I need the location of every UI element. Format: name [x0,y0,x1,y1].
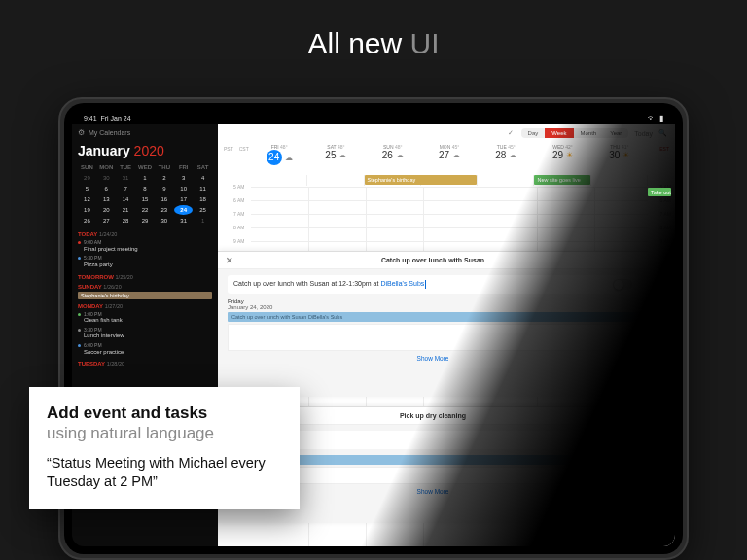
close-icon[interactable]: ✕ [226,256,233,265]
calendar-day[interactable]: 21 [117,205,135,215]
weather-icon: ☁ [338,151,346,159]
calendar-day[interactable]: 17 [174,194,193,204]
preview-event: Catch up over lunch with Susan DiBella's… [228,312,638,322]
calendar-day[interactable]: 12 [78,194,96,204]
day-column-header[interactable]: FRI 48°24☁ [251,144,307,165]
calendar-day[interactable]: 20 [97,205,116,215]
weather-icon: ☁ [396,151,404,159]
calendar-day[interactable]: 28 [117,216,135,226]
calendar-day[interactable]: 10 [174,184,193,193]
calendar-day[interactable]: 3 [174,173,193,183]
agenda-allday[interactable]: Stephanie's birthday [78,292,212,299]
day-column-header[interactable]: WED 42°29☀ [534,144,590,165]
calendar-day[interactable]: 31 [174,216,193,226]
mini-calendar[interactable]: SUNMONTUEWEDTHUFRISAT2930311234567891011… [78,162,212,226]
seg-week[interactable]: Week [545,128,573,138]
hour-label: 5 AM [233,184,244,190]
calendar-day[interactable]: 18 [194,194,212,204]
today-button[interactable]: Today [634,130,653,137]
calendar-day[interactable]: 1 [136,173,155,183]
allday-cell[interactable] [591,175,648,186]
caption-sub: using natural language [47,423,282,443]
day-column-header[interactable]: MON 45°27☁ [421,144,478,165]
tz-labels-left: PSTCST [224,146,249,152]
allday-cell[interactable] [421,175,478,186]
wifi-icon: ᯤ [648,114,656,122]
allday-cell[interactable] [478,175,534,186]
day-column-header[interactable]: SUN 48°26☁ [365,144,421,165]
agenda-item[interactable]: 9:00 AMFinal project meeting [78,238,212,254]
calendar-day[interactable]: 2 [155,173,173,183]
allday-cell[interactable]: Stephanie's birthday [365,175,421,186]
new-event-modal-1: ✕ Catch up over lunch with Susan Catch u… [218,251,648,397]
calendar-day[interactable]: 19 [78,205,96,215]
calendar-day[interactable]: 16 [155,194,173,204]
agenda-section-head: TUESDAY 1/28/20 [78,361,212,367]
preview-date: Friday January 24, 2020 [228,298,638,310]
calendar-day[interactable]: 23 [155,205,173,215]
calendar-day[interactable]: 7 [117,184,135,193]
hour-label-right: 8 AM [660,225,671,230]
seg-day[interactable]: Day [521,128,546,138]
calendar-day[interactable]: 9 [155,184,173,193]
calendar-day[interactable]: 6 [97,184,116,193]
calendar-day[interactable]: 15 [136,194,155,204]
allday-cell[interactable] [307,175,364,186]
weather-icon: ☀ [566,151,573,159]
marketing-caption: Add event and tasks using natural langua… [29,387,300,509]
my-calendars-label[interactable]: My Calendars [89,129,130,136]
calendar-day[interactable]: 5 [78,184,96,193]
hour-label-right: 6 AM [660,197,671,203]
calendar-day[interactable]: 13 [97,194,116,204]
calendar-day[interactable]: 30 [97,173,116,183]
preview-grid [228,324,638,351]
calendar-day[interactable]: 30 [155,216,173,226]
show-more-button[interactable]: Show More [228,351,638,366]
agenda-item[interactable]: 3:30 PMLunch interview [78,326,212,341]
agenda-section-head: TODAY 1/24/20 [78,231,212,237]
agenda-item[interactable]: 6:00 PMSoccer practice [78,341,212,357]
allday-cell[interactable] [251,175,307,186]
search-icon[interactable]: 🔍 [658,129,667,137]
natural-language-input[interactable]: Catch up over lunch with Susan at 12-1:3… [228,275,638,294]
agenda-item[interactable]: 1:00 PMClean fish tank [78,310,212,326]
calendar-day[interactable]: 11 [194,184,212,193]
calendar-day[interactable]: 4 [194,173,212,183]
calendar-day[interactable]: 24 [174,205,193,215]
calendar-day[interactable]: 1 [194,216,212,226]
hour-label-right: 7 AM [660,211,671,217]
day-column-header[interactable]: THU 41°30☀ [591,144,648,165]
hour-label: 7 AM [233,211,244,217]
calendar-day[interactable]: 27 [97,216,116,226]
seg-month[interactable]: Month [574,128,604,138]
calendar-day[interactable]: 14 [117,194,135,204]
calendar-day[interactable]: 22 [136,205,155,215]
calendar-day[interactable]: 8 [136,184,155,193]
calendar-day[interactable]: 25 [194,205,212,215]
agenda-section-head: TOMORROW 1/25/20 [78,274,212,280]
allday-event[interactable]: New site goes live [534,175,589,185]
task-chip[interactable]: Take out trash [648,188,671,196]
view-segmented-control[interactable]: Day Week Month Year [521,128,629,138]
agenda-item[interactable]: 5:30 PMPizza party [78,254,212,269]
day-column-header[interactable]: TUE 45°28☁ [478,144,534,165]
weather-icon: ☀ [622,151,629,159]
day-column-header[interactable]: SAT 48°25☁ [307,144,364,165]
calendar-day[interactable]: 29 [136,216,155,226]
battery-icon: ▮ [659,114,663,122]
weather-icon: ☁ [452,151,460,159]
weather-icon: ☁ [509,151,516,159]
tz-label-right: EST [659,146,669,152]
task-toggle-icon[interactable]: ✓ [508,129,514,137]
agenda-section-head: MONDAY 1/27/20 [78,303,212,309]
agenda-section-head: SUNDAY 1/26/20 [78,284,212,290]
allday-toggle[interactable] [613,279,632,290]
allday-toggle-2[interactable] [613,435,632,445]
calendar-day[interactable]: 29 [78,173,96,183]
calendar-day[interactable]: 26 [78,216,96,226]
calendar-day[interactable]: 31 [117,173,135,183]
allday-cell[interactable]: New site goes live [534,175,590,186]
allday-row: Stephanie's birthdayNew site goes live [251,175,648,186]
seg-year[interactable]: Year [603,128,628,138]
gear-icon[interactable]: ⚙ [78,128,85,137]
